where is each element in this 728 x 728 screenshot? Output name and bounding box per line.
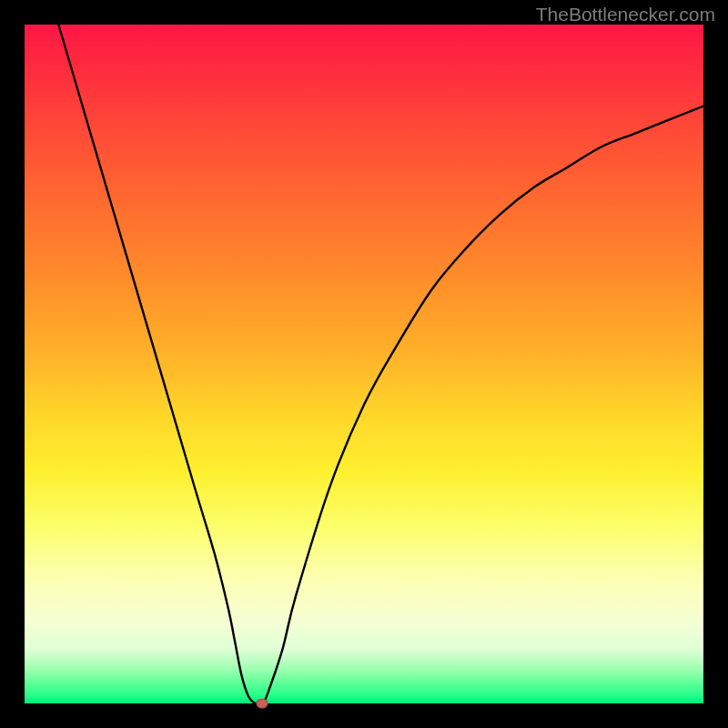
chart-frame: TheBottlenecker.com	[0, 0, 728, 728]
chart-curve-svg	[25, 25, 703, 703]
chart-plot-area	[25, 25, 703, 703]
chart-marker-dot	[257, 699, 268, 709]
watermark-text: TheBottlenecker.com	[536, 4, 715, 25]
bottleneck-curve-path	[58, 25, 703, 703]
